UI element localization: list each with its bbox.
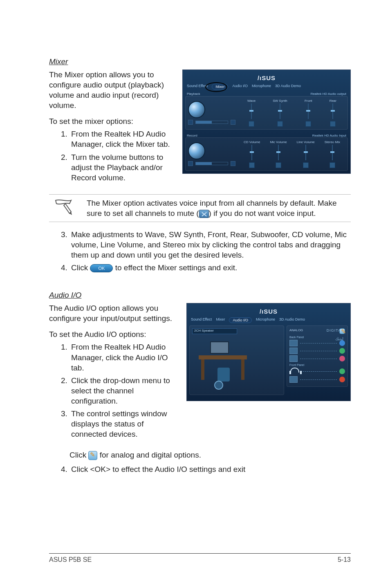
room-illustration	[199, 345, 248, 382]
headphone-icon	[289, 368, 298, 375]
mixer-note-text: The Mixer option activates voice input f…	[87, 198, 349, 218]
mute-line[interactable]	[303, 162, 309, 168]
asus-brand: /ıSUS	[258, 74, 276, 81]
ok-button-icon: OK	[90, 264, 113, 272]
audioio-fig-header: /ıSUS	[189, 306, 348, 316]
slider-line[interactable]: Line Volume	[297, 140, 315, 168]
record-volume-knob[interactable]	[188, 142, 205, 159]
jack-lineout	[289, 348, 345, 354]
tab-audioio[interactable]: Audio I/O	[232, 84, 248, 90]
audioio-step3-pre: Click	[69, 451, 88, 459]
slider-rear-label: Rear	[329, 99, 336, 103]
jack-green-dot[interactable]	[339, 348, 345, 354]
record-label: Record	[187, 134, 197, 138]
playback-mute-left[interactable]	[188, 120, 193, 125]
playback-device: Realtek HD Audio output	[310, 92, 346, 96]
tab2-3ddemo[interactable]: 3D Audio Demo	[279, 317, 305, 323]
playback-knob-col	[188, 101, 235, 125]
tab-microphone[interactable]: Microphone	[252, 84, 271, 90]
tab2-mixer[interactable]: Mixer	[216, 317, 225, 323]
record-sliders: CD Volume Mic Volume	[239, 140, 345, 168]
mute-icon	[199, 210, 209, 218]
audioio-step-list-a: From the Realtek HD Audio Manager, click…	[49, 342, 180, 439]
mute-swsynth[interactable]	[277, 121, 283, 127]
slider-swsynth-label: SW Synth	[273, 99, 287, 103]
audioio-heading: Audio I/O	[49, 291, 351, 300]
slider-cd-label: CD Volume	[244, 140, 260, 144]
mixer-step-2: Turn the volume buttons to adjust the Pl…	[69, 152, 176, 183]
playback-label: Playback	[187, 92, 200, 96]
playback-balance-bar[interactable]	[195, 121, 228, 124]
mixer-step4-post: to effect the Mixer settings and exit.	[113, 263, 237, 272]
jack-lineout-icon	[289, 348, 298, 354]
mute-cd[interactable]	[249, 162, 255, 168]
slider-line-label: Line Volume	[297, 140, 315, 144]
audioio-step3-post: for analog and digital options.	[97, 451, 201, 459]
playback-row: Wave SW Synth Front	[185, 96, 348, 130]
playback-volume-knob[interactable]	[188, 101, 205, 118]
audioio-lead: To set the Audio I/O options:	[49, 329, 180, 339]
slider-mic-label: Mic Volume	[270, 140, 287, 144]
slider-swsynth[interactable]: SW Synth	[273, 99, 287, 127]
monitor-icon	[210, 341, 229, 354]
jack-panel: ANALOG Back Panel Front Panel DIGITAL لى…	[287, 325, 348, 395]
jack-red-dot[interactable]	[339, 377, 345, 382]
record-row-wrap: Record Realtek HD Audio Input	[185, 134, 348, 171]
jack-blue-dot[interactable]	[339, 340, 345, 346]
playback-balance-row	[188, 120, 235, 125]
slider-mic[interactable]: Mic Volume	[270, 140, 287, 168]
slider-wave[interactable]: Wave	[247, 99, 256, 127]
mixer-heading: Mixer	[49, 57, 351, 66]
mixer-step4-pre: Click	[71, 263, 90, 272]
jack-pink-dot[interactable]	[339, 356, 345, 361]
record-row: CD Volume Mic Volume	[185, 137, 348, 171]
slider-wave-label: Wave	[247, 99, 256, 103]
record-device: Realtek HD Audio Input	[312, 134, 346, 138]
page-footer: ASUS P5B SE 5-13	[49, 553, 351, 563]
slider-stereomix[interactable]: Stereo Mix	[325, 140, 340, 168]
tab2-soundeffect[interactable]: Sound Effect	[191, 317, 212, 323]
record-mute-right[interactable]	[231, 161, 235, 166]
audioio-step3-line1: The control settings window displays the…	[71, 409, 167, 438]
mixer-lead: To set the mixer options:	[49, 116, 176, 126]
tab2-audioio[interactable]: Audio I/O	[229, 317, 252, 323]
record-mute-left[interactable]	[188, 161, 193, 166]
channel-dropdown[interactable]: 2CH Speaker	[192, 328, 237, 334]
mute-front[interactable]	[305, 121, 311, 127]
record-balance-bar[interactable]	[195, 162, 228, 165]
table-leg-r	[241, 359, 244, 380]
tab2-microphone[interactable]: Microphone	[256, 317, 275, 323]
page: Mixer The Mixer option allows you to con…	[0, 0, 390, 588]
table-icon	[199, 355, 247, 359]
mixer-tab-highlight-circle	[205, 82, 227, 92]
speaker-icon	[214, 381, 223, 390]
mixer-intro-row: The Mixer option allows you to configure…	[49, 70, 351, 189]
tab-3ddemo[interactable]: 3D Audio Demo	[275, 84, 301, 90]
note-pencil-icon	[53, 200, 73, 216]
table-leg-l	[201, 359, 204, 380]
realtek-script: لىتىك	[335, 337, 343, 341]
audioio-step-3: The control settings window displays the…	[69, 408, 180, 439]
footer-right: 5-13	[338, 556, 351, 563]
jack-green-dot-2[interactable]	[339, 368, 345, 374]
mute-mic[interactable]	[276, 162, 281, 168]
digital-label: DIGITAL	[327, 328, 343, 332]
mixer-intro-text: The Mixer option allows you to configure…	[49, 70, 176, 189]
tab-soundeffect[interactable]: Sound Effect	[187, 84, 208, 90]
audioio-intro-text: The Audio I/O option allows you configur…	[49, 303, 180, 445]
mixer-fig-header: /ıSUS	[185, 72, 348, 83]
audioio-step-1: From the Realtek HD Audio Manager, click…	[69, 342, 180, 373]
analog-label: ANALOG	[289, 328, 303, 334]
mixer-step-4: Click OK to effect the Mixer settings an…	[69, 263, 351, 273]
mute-wave[interactable]	[249, 121, 254, 127]
slider-cd[interactable]: CD Volume	[244, 140, 260, 168]
playback-mute-right[interactable]	[231, 120, 235, 125]
slider-rear[interactable]: Rear	[329, 99, 336, 127]
slider-front[interactable]: Front	[305, 99, 312, 127]
audioio-section: Audio I/O The Audio I/O option allows yo…	[49, 291, 351, 474]
mute-rear[interactable]	[330, 121, 336, 127]
mute-stereomix[interactable]	[329, 162, 335, 168]
record-knob-col	[188, 142, 235, 166]
audioio-step3-trail: Click for analog and digital options.	[49, 450, 351, 460]
mixer-step-list-a: From the Realtek HD Audio Manager, click…	[49, 129, 176, 182]
